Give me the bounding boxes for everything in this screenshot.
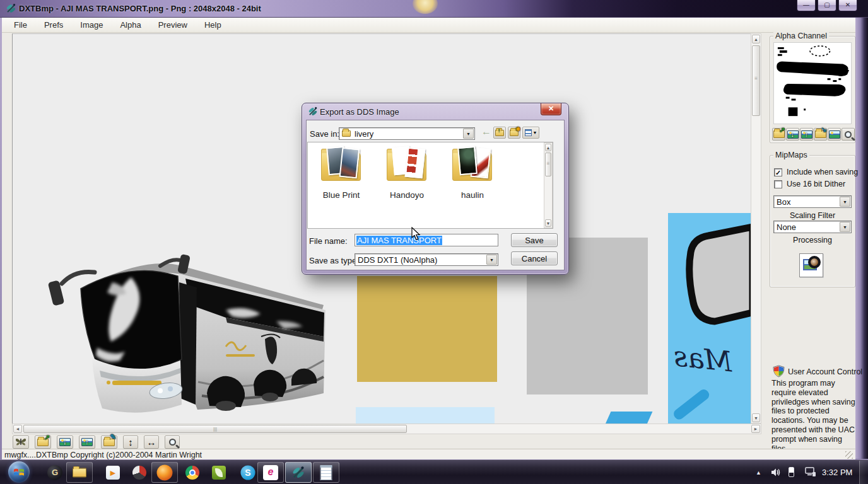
window-frame-left bbox=[0, 18, 2, 460]
zoom-button[interactable] bbox=[165, 435, 180, 449]
up-one-level-button[interactable]: ↑ bbox=[493, 127, 506, 139]
taskbar-explorer-icon[interactable] bbox=[66, 462, 93, 483]
start-button[interactable] bbox=[8, 461, 30, 483]
scroll-up-arrow[interactable]: ▲ bbox=[752, 35, 760, 43]
close-button[interactable]: ✕ bbox=[838, 0, 857, 11]
file-name-selected-text: AJI MAS TRANSPORT bbox=[356, 236, 442, 245]
flip-horizontal-button[interactable]: ↔ bbox=[144, 435, 159, 449]
taskbar-pink-swirl-app-icon[interactable]: e bbox=[257, 462, 284, 483]
taskbar-firefox-icon[interactable] bbox=[151, 462, 178, 483]
menu-alpha[interactable]: Alpha bbox=[120, 20, 141, 30]
list-scroll-up[interactable]: ▲ bbox=[545, 144, 551, 151]
open-image-button[interactable]: ↗ bbox=[35, 435, 51, 449]
menu-prefs[interactable]: Prefs bbox=[44, 20, 63, 30]
reload-image-button[interactable]: ↓ bbox=[57, 435, 73, 449]
alpha-toolbar: ↗ ↓ ↑ ↘ bbox=[772, 128, 855, 141]
menu-help[interactable]: Help bbox=[204, 20, 221, 30]
app-titlebar: DXTBmp - AJI MAS TRANSPORT.png - Png : 2… bbox=[0, 0, 868, 18]
file-name-input[interactable]: AJI MAS TRANSPORT bbox=[355, 234, 498, 246]
menu-image[interactable]: Image bbox=[80, 20, 103, 30]
scaling-filter-combo[interactable]: None ▼ bbox=[773, 221, 852, 233]
tray-clock[interactable]: 3:32 PM bbox=[822, 468, 852, 477]
scroll-left-arrow[interactable]: ◄ bbox=[13, 425, 22, 433]
processing-label: Processing bbox=[770, 236, 855, 245]
alpha-import-button[interactable]: ↓ bbox=[786, 128, 799, 141]
alpha-send-to-editor-button[interactable]: ↗ bbox=[772, 128, 785, 141]
bus-texture-image bbox=[37, 247, 330, 424]
list-scroll-down[interactable]: ▼ bbox=[545, 219, 551, 227]
file-name-label: File name: bbox=[309, 236, 348, 246]
save-in-combo[interactable]: livery ▼ bbox=[339, 127, 475, 140]
mip-method-dropdown-button[interactable]: ▼ bbox=[840, 197, 850, 207]
vscroll-thumb[interactable]: ≡ bbox=[752, 45, 760, 116]
list-scroll-thumb[interactable]: ≡ bbox=[545, 153, 551, 176]
scaling-filter-label: Scaling Filter bbox=[770, 211, 855, 220]
mwgfx-butterfly-button[interactable] bbox=[13, 435, 29, 449]
show-desktop-button[interactable] bbox=[859, 461, 868, 484]
tray-show-hidden-icons[interactable]: ▲ bbox=[756, 470, 761, 476]
save-as-type-dropdown-button[interactable]: ▼ bbox=[486, 255, 497, 265]
folder-item-blueprint[interactable]: Blue Print bbox=[315, 145, 368, 222]
tray-volume-icon[interactable] bbox=[771, 468, 781, 477]
back-button[interactable]: ← bbox=[481, 126, 491, 137]
canvas-hscrollbar[interactable]: ◄ ||| ► bbox=[12, 424, 761, 434]
menu-preview[interactable]: Preview bbox=[158, 20, 187, 30]
texture-lightblue-block bbox=[356, 407, 495, 424]
alpha-channel-preview[interactable] bbox=[773, 42, 852, 124]
folder-item-handoyo[interactable]: Handoyo bbox=[380, 145, 433, 222]
hscroll-thumb[interactable]: ||| bbox=[23, 425, 407, 433]
mip-method-combo[interactable]: Box ▼ bbox=[773, 195, 852, 208]
taskbar-dark-g-app-icon[interactable]: G bbox=[42, 462, 68, 483]
butterfly-icon bbox=[15, 437, 26, 447]
tray-network-icon[interactable] bbox=[805, 467, 816, 477]
save-in-label: Save in: bbox=[310, 129, 339, 139]
new-folder-button[interactable]: ✱ bbox=[508, 127, 520, 139]
menu-file[interactable]: File bbox=[14, 20, 27, 30]
folder-open-icon: ↗ bbox=[37, 439, 49, 446]
folder-list-scrollbar[interactable]: ▲ ≡ ▼ bbox=[544, 142, 553, 228]
include-when-saving-checkbox[interactable]: ✓ bbox=[774, 168, 782, 176]
save-image-button[interactable]: ✎ bbox=[101, 435, 117, 449]
alpha-load-button[interactable]: ↘ bbox=[814, 128, 827, 141]
use-16bit-dither-label: Use 16 bit Dither bbox=[787, 180, 845, 188]
magnifier-icon bbox=[169, 439, 176, 446]
status-bar: mwgfx....DXTBmp Copyright (c)2000-2004 M… bbox=[2, 449, 855, 459]
minimize-button[interactable]: — bbox=[797, 0, 816, 11]
save-button[interactable]: Save bbox=[511, 233, 558, 247]
preview-magnifier-icon bbox=[808, 256, 821, 268]
save-as-type-value: DDS DXT1 (NoAlpha) bbox=[358, 255, 437, 265]
scroll-down-arrow[interactable]: ▼ bbox=[752, 413, 760, 422]
alpha-zoom-button[interactable] bbox=[842, 128, 855, 141]
views-caret-icon: ▼ bbox=[533, 130, 537, 135]
taskbar-notepad-icon[interactable] bbox=[313, 462, 339, 483]
view-menu-button[interactable]: ▼ bbox=[522, 127, 539, 139]
scaling-filter-dropdown-button[interactable]: ▼ bbox=[840, 222, 850, 232]
taskbar-green-leaf-app-icon[interactable] bbox=[206, 462, 232, 483]
folder-item-haulin[interactable]: haulin bbox=[446, 145, 499, 222]
save-as-type-combo[interactable]: DDS DXT1 (NoAlpha) ▼ bbox=[355, 253, 498, 266]
preview-button[interactable] bbox=[799, 253, 823, 277]
alpha-view-button[interactable] bbox=[828, 128, 841, 141]
folder-label: Handoyo bbox=[380, 190, 433, 200]
taskbar-red-swirl-app-icon[interactable] bbox=[126, 462, 153, 483]
scroll-right-arrow[interactable]: ► bbox=[751, 425, 760, 433]
texture-gold-block bbox=[357, 276, 497, 382]
alpha-export-button[interactable]: ↑ bbox=[800, 128, 813, 141]
taskbar-media-player-icon[interactable]: ▶ bbox=[100, 462, 126, 483]
flip-vertical-button[interactable]: ↕ bbox=[123, 435, 138, 449]
canvas-vscrollbar[interactable]: ▲ ≡ ▼ bbox=[751, 33, 761, 424]
image-down-icon: ↓ bbox=[59, 438, 71, 446]
resize-grip[interactable] bbox=[845, 451, 853, 459]
windows-flag-icon bbox=[13, 466, 25, 478]
taskbar-chrome-icon[interactable] bbox=[179, 462, 206, 483]
cancel-button[interactable]: Cancel bbox=[511, 251, 558, 265]
use-16bit-dither-checkbox[interactable] bbox=[774, 180, 782, 188]
dialog-close-button[interactable]: ✕ bbox=[541, 103, 561, 115]
folder-label: haulin bbox=[446, 190, 499, 200]
tray-battery-icon[interactable] bbox=[789, 467, 794, 477]
taskbar-dxtbmp-icon[interactable] bbox=[285, 462, 312, 483]
maximize-button[interactable]: ▢ bbox=[818, 0, 836, 11]
save-in-dropdown-button[interactable]: ▼ bbox=[463, 129, 474, 139]
send-image-button[interactable]: ↑ bbox=[79, 435, 95, 449]
folder-icon-haulin bbox=[452, 145, 493, 182]
